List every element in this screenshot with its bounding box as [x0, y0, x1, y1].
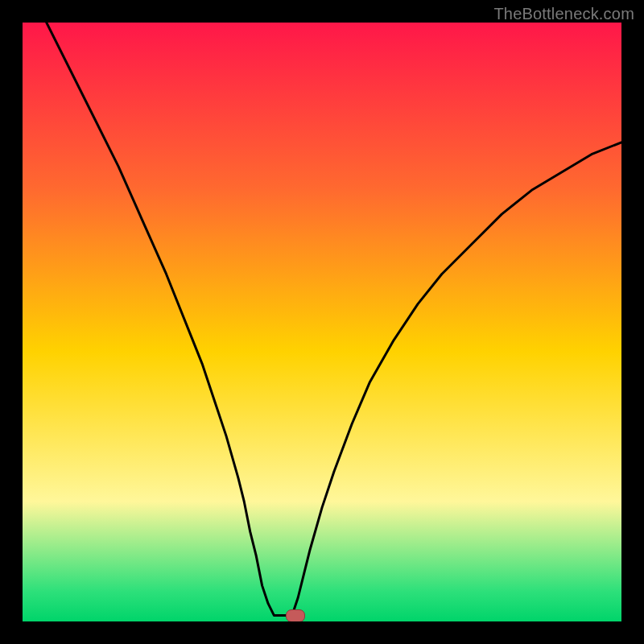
plot-area	[23, 23, 621, 621]
chart-frame: TheBottleneck.com	[0, 0, 644, 644]
chart-svg	[23, 23, 621, 621]
watermark-text: TheBottleneck.com	[493, 5, 634, 23]
optimal-point-marker	[286, 609, 305, 621]
gradient-background	[23, 23, 621, 621]
